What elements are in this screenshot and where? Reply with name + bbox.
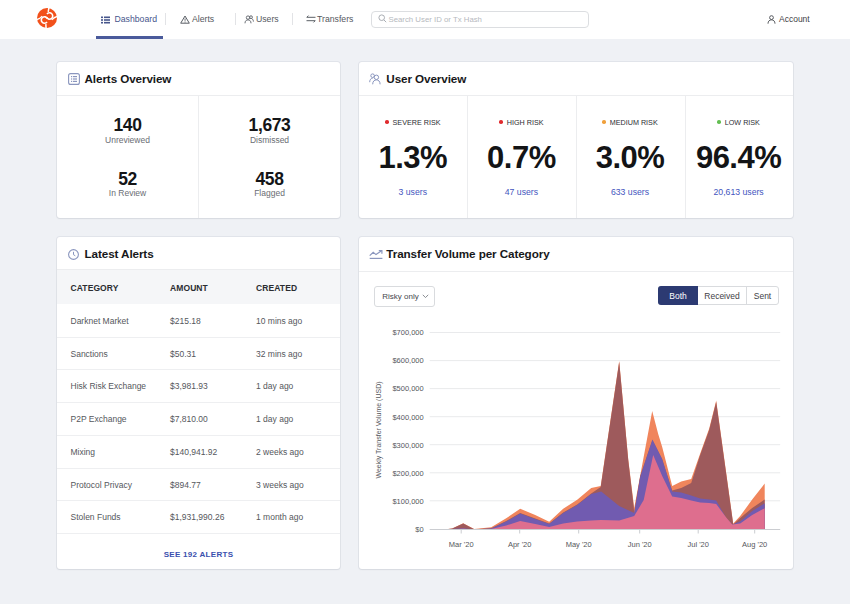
svg-text:Jun '20: Jun '20 bbox=[628, 540, 652, 549]
svg-text:$400,000: $400,000 bbox=[392, 413, 423, 422]
svg-text:Mar '20: Mar '20 bbox=[449, 540, 474, 549]
svg-text:$300,000: $300,000 bbox=[392, 441, 423, 450]
svg-text:$600,000: $600,000 bbox=[392, 356, 423, 365]
svg-text:Apr '20: Apr '20 bbox=[508, 540, 532, 549]
svg-text:Aug '20: Aug '20 bbox=[742, 540, 767, 549]
svg-text:$500,000: $500,000 bbox=[392, 384, 423, 393]
svg-text:$700,000: $700,000 bbox=[392, 328, 423, 337]
svg-text:$0: $0 bbox=[415, 525, 423, 534]
svg-text:Weekly Transfer Volume (USD): Weekly Transfer Volume (USD) bbox=[375, 381, 383, 478]
svg-text:Jul '20: Jul '20 bbox=[687, 540, 708, 549]
svg-text:May '20: May '20 bbox=[565, 540, 591, 549]
svg-text:$100,000: $100,000 bbox=[392, 497, 423, 506]
svg-text:$200,000: $200,000 bbox=[392, 469, 423, 478]
